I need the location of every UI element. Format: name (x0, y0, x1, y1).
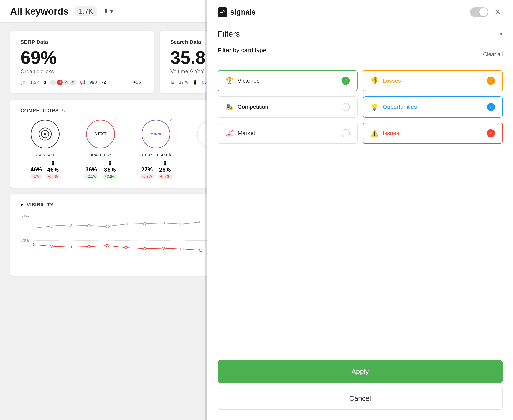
competitor-name-asos: asos.com (35, 152, 56, 158)
svg-point-10 (162, 222, 165, 224)
signals-logo-icon (218, 7, 227, 17)
search-desktop-pct: 17% (179, 80, 188, 85)
competitor-logo-asos (31, 120, 60, 148)
serp-cart-bold: 0 (44, 80, 46, 85)
filters-close-button[interactable]: × (499, 30, 503, 38)
competitors-title: COMPETITORS (21, 108, 59, 113)
cancel-button[interactable]: Cancel (218, 387, 503, 410)
ad-icon: 📢 (80, 80, 85, 85)
badge-n: N (57, 80, 62, 85)
apply-button[interactable]: Apply (218, 360, 503, 383)
svg-point-21 (33, 243, 34, 246)
badge-i: I (50, 80, 56, 85)
cart-icon: 🛒 (21, 80, 26, 85)
page-title: All keywords (10, 6, 69, 17)
serp-data-card: SERP Data 69% Organic clicks 🛒 1.2K 0 I … (10, 31, 154, 93)
signals-toggle[interactable] (470, 8, 488, 17)
competitor-stats-next: 🖥 36% +2.2% 📱 36% +2.6% (84, 161, 117, 179)
serp-big-number: 69% (21, 49, 144, 67)
filters-header: Filters × (218, 23, 503, 47)
download-button[interactable]: ⬇ ▾ (103, 8, 113, 15)
competitor-name-next: next.co.uk (89, 152, 112, 158)
svg-point-9 (143, 222, 146, 225)
filter-card-market-left: 📈 Market (225, 129, 255, 137)
signals-logo: signals (218, 7, 256, 17)
signals-panel: signals ✕ Filters × Filter by card type … (207, 0, 513, 420)
filter-card-competition[interactable]: 🎭 Competition (218, 96, 358, 118)
filter-cards-grid: 🏆 Victories ✓ 👎 Losses ✓ 🎭 Competition (218, 70, 503, 144)
filter-card-losses[interactable]: 👎 Losses ✓ (363, 70, 503, 91)
badge-c: C (63, 80, 69, 85)
filter-card-opportunities-left: 💡 Opportunities (370, 103, 417, 111)
issues-icon: ⚠️ (370, 129, 379, 137)
competition-icon: 🎭 (225, 103, 233, 111)
competitor-stats-amazon: 🖥 27% -0.2% 📱 26% -0.3% (140, 161, 172, 179)
svg-point-8 (124, 223, 127, 225)
signals-panel-close-button[interactable]: ✕ (492, 8, 503, 16)
svg-point-22 (50, 245, 53, 248)
serp-card-footer: 🛒 1.2K 0 I N C T 📢 990 72 +15 › (21, 80, 144, 85)
signals-toggle-knob (479, 8, 488, 16)
svg-point-23 (69, 246, 72, 248)
market-check (342, 129, 350, 137)
filters-close-icon: × (499, 30, 503, 38)
filter-section-header: Filter by card type Clear all (218, 47, 503, 62)
filter-card-losses-left: 👎 Losses (370, 77, 401, 85)
svg-point-26 (124, 246, 127, 249)
svg-point-6 (87, 225, 90, 227)
opportunities-check: ✓ (487, 103, 495, 111)
expand-icon[interactable]: ⤢ (114, 118, 117, 122)
opportunities-label: Opportunities (383, 104, 417, 110)
svg-point-30 (199, 249, 202, 252)
losses-check: ✓ (487, 77, 495, 85)
filter-card-victories[interactable]: 🏆 Victories ✓ (218, 70, 358, 91)
victories-icon: 🏆 (225, 77, 233, 85)
svg-point-27 (143, 248, 146, 250)
competition-label: Competition (238, 104, 268, 110)
svg-point-29 (181, 248, 183, 250)
losses-label: Losses (383, 77, 401, 84)
svg-point-2 (44, 133, 46, 135)
download-dropdown-icon: ▾ (110, 8, 113, 15)
filter-card-issues-left: ⚠️ Issues (370, 129, 399, 137)
svg-point-4 (50, 225, 53, 227)
filter-card-competition-left: 🎭 Competition (225, 103, 268, 111)
download-icon: ⬇ (103, 8, 109, 15)
chart-label-50: 50% (21, 214, 29, 218)
competitor-item: ⤢ fashion amazon.co.uk 🖥 27% -0.2% 📱 26% (131, 120, 181, 179)
serp-ad-count: 990 (89, 80, 97, 85)
serp-ad-bold: 72 (101, 80, 106, 85)
filter-section-title: Filter by card type (218, 47, 266, 54)
filter-card-issues[interactable]: ⚠️ Issues ✓ (363, 123, 503, 144)
badge-t: T (70, 80, 76, 85)
issues-check: ✓ (487, 129, 495, 137)
filters-title: Filters (218, 29, 240, 38)
svg-point-12 (199, 221, 202, 223)
competitor-logo-amazon: fashion (142, 120, 170, 148)
visibility-title: VISIBILITY (27, 202, 54, 208)
filter-card-market[interactable]: 📈 Market (218, 123, 358, 144)
market-label: Market (238, 130, 255, 136)
opportunities-icon: 💡 (370, 103, 379, 111)
market-icon: 📈 (225, 129, 233, 137)
competition-check (342, 103, 350, 111)
serp-plus-label: +15 › (133, 80, 144, 85)
svg-point-5 (69, 224, 72, 226)
signals-header: signals ✕ (207, 0, 513, 23)
chart-label-40: 40% (21, 238, 29, 243)
panel-actions: Apply Cancel (207, 354, 513, 420)
keyword-count-badge: 1.7K (75, 6, 97, 16)
competitors-count: 5 (62, 108, 65, 113)
victories-label: Victories (238, 77, 260, 84)
competitor-item: asos.com 🖥 46% -1% 📱 46% -0.8% (21, 120, 70, 179)
victories-check: ✓ (342, 77, 350, 85)
competitor-item: ⤢ NEXT next.co.uk 🖥 36% +2.2% 📱 36% (76, 120, 125, 179)
filter-card-victories-left: 🏆 Victories (225, 77, 260, 85)
serp-card-title: SERP Data (21, 39, 144, 45)
expand-icon[interactable]: ⤢ (169, 118, 172, 122)
clear-all-button[interactable]: Clear all (483, 51, 503, 58)
visibility-icon: 🖥 (21, 203, 24, 207)
desktop-icon: 🖥 (170, 80, 175, 85)
svg-point-11 (181, 223, 183, 225)
filter-card-opportunities[interactable]: 💡 Opportunities ✓ (363, 96, 503, 118)
